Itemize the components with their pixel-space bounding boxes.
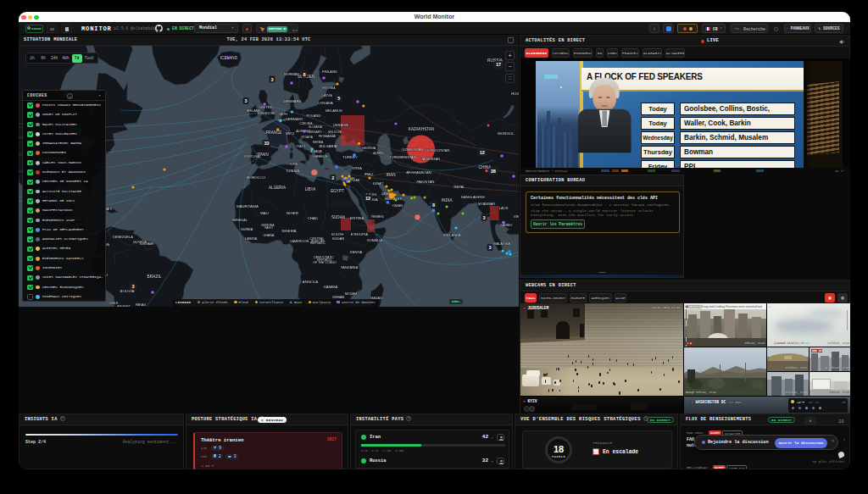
svg-text:2: 2	[331, 175, 334, 180]
svg-text:SWITZ: SWITZ	[286, 132, 295, 136]
svg-text:CHAD: CHAD	[308, 216, 318, 220]
svg-text:GHANA: GHANA	[264, 234, 275, 237]
svg-text:GREECE: GREECE	[313, 154, 328, 158]
svg-text:17: 17	[496, 62, 501, 67]
svg-text:POLAND: POLAND	[306, 114, 320, 118]
svg-text:ANGOLA: ANGOLA	[303, 280, 318, 284]
svg-text:ERITREA: ERITREA	[350, 217, 364, 220]
svg-text:KYRGYZSTAN: KYRGYZSTAN	[427, 148, 450, 153]
svg-text:REPUBLIC: REPUBLIC	[310, 241, 326, 245]
svg-text:38: 38	[491, 169, 496, 174]
svg-text:IRAQ: IRAQ	[364, 172, 374, 176]
svg-text:SUDAN: SUDAN	[331, 215, 345, 219]
svg-text:TUNISIA: TUNISIA	[286, 169, 299, 173]
svg-text:ESTONIA: ESTONIA	[323, 86, 337, 90]
svg-text:IRAN: IRAN	[387, 173, 396, 177]
svg-text:MYANMAR: MYANMAR	[478, 202, 495, 206]
svg-text:SUDAN: SUDAN	[332, 236, 345, 241]
svg-text:BULGARIA: BULGARIA	[319, 144, 337, 148]
svg-text:NETH: NETH	[279, 113, 287, 116]
svg-text:MAURITANIA: MAURITANIA	[236, 204, 259, 208]
svg-text:MOLDOVA: MOLDOVA	[328, 130, 342, 134]
svg-text:OMAN: OMAN	[392, 203, 403, 208]
svg-text:ETHIOPIA: ETHIOPIA	[351, 232, 369, 236]
svg-text:LATVIA: LATVIA	[322, 94, 332, 97]
svg-text:UZBEKISTAN: UZBEKISTAN	[403, 147, 424, 152]
svg-text:BANGLADESH: BANGLADESH	[461, 195, 484, 199]
svg-text:MOZAM: MOZAM	[345, 292, 357, 296]
svg-text:3: 3	[131, 284, 134, 289]
svg-text:12: 12	[365, 196, 370, 201]
svg-text:SURINAME: SURINAME	[140, 242, 154, 246]
svg-text:MALI: MALI	[260, 211, 269, 215]
svg-text:BELARUS: BELARUS	[326, 108, 342, 113]
svg-text:SOMALIA: SOMALIA	[367, 238, 382, 242]
svg-text:LIBYA: LIBYA	[305, 187, 317, 191]
svg-text:YEMEN: YEMEN	[371, 214, 384, 219]
svg-text:FASO: FASO	[264, 226, 272, 230]
svg-text:NEPAL: NEPAL	[454, 185, 466, 189]
svg-text:TANZANIA: TANZANIA	[341, 265, 359, 269]
svg-text:ARGENT: ARGENT	[117, 305, 131, 307]
svg-text:GEORGIA: GEORGIA	[362, 147, 376, 150]
svg-text:LITHUANIA: LITHUANIA	[318, 102, 333, 105]
svg-text:3: 3	[270, 77, 273, 82]
svg-text:FRANCE: FRANCE	[266, 130, 282, 135]
svg-text:MONGOL: MONGOL	[498, 131, 515, 136]
svg-text:UNITED: UNITED	[259, 105, 273, 109]
svg-text:LIBERIA: LIBERIA	[245, 237, 258, 241]
svg-text:RUSSIA: RUSSIA	[511, 92, 519, 96]
svg-text:3: 3	[482, 215, 485, 220]
svg-text:AFGHANISTAN: AFGHANISTAN	[406, 170, 431, 175]
svg-text:ALBANIA: ALBANIA	[310, 150, 322, 153]
svg-text:KAZAKHSTAN: KAZAKHSTAN	[409, 127, 434, 131]
svg-text:3: 3	[244, 98, 247, 103]
svg-text:3: 3	[488, 245, 491, 250]
svg-text:BRAZIL: BRAZIL	[147, 275, 162, 279]
svg-text:TUNIS: TUNIS	[289, 163, 298, 166]
svg-text:GUINEA: GUINEA	[241, 228, 253, 231]
svg-text:HUNGARY: HUNGARY	[308, 130, 323, 134]
svg-text:PARAG: PARAG	[136, 303, 147, 307]
svg-text:TURKMENISTAN: TURKMENISTAN	[389, 155, 415, 159]
svg-text:NIGERIA: NIGERIA	[281, 229, 296, 233]
svg-text:12: 12	[480, 150, 485, 155]
svg-text:SERBIA: SERBIA	[313, 141, 324, 144]
svg-text:SLOVAKIA: SLOVAKIA	[309, 125, 322, 129]
svg-text:ITALY: ITALY	[296, 144, 305, 148]
svg-text:UKRAINE: UKRAINE	[333, 123, 349, 127]
svg-text:SYRIA: SYRIA	[352, 166, 362, 170]
svg-text:KENYA: KENYA	[350, 250, 363, 254]
svg-text:AZERB: AZERB	[373, 152, 383, 155]
svg-text:5: 5	[337, 96, 340, 101]
svg-text:GERMANY: GERMANY	[285, 117, 303, 121]
svg-text:SENEGAL: SENEGAL	[232, 219, 248, 222]
svg-text:MALAYSIA: MALAYSIA	[493, 241, 510, 246]
svg-text:DENMARK: DENMARK	[284, 99, 302, 103]
svg-text:SRI LANKA: SRI LANKA	[443, 233, 461, 237]
svg-text:CAMEROON: CAMEROON	[290, 240, 309, 243]
svg-text:33: 33	[264, 141, 269, 146]
svg-text:CAMBO: CAMBO	[500, 223, 513, 227]
svg-text:ALGERIA: ALGERIA	[269, 186, 287, 190]
svg-text:NIGER: NIGER	[287, 211, 298, 215]
svg-text:FINLAND: FINLAND	[322, 69, 337, 74]
svg-text:8: 8	[303, 72, 305, 77]
svg-text:ZAMBIA: ZAMBIA	[324, 285, 337, 289]
svg-text:KUWAIT: KUWAIT	[373, 182, 383, 186]
svg-text:PAKISTAN: PAKISTAN	[416, 180, 434, 184]
svg-text:VENEZUELA: VENEZUELA	[113, 235, 133, 239]
svg-text:CROATIA: CROATIA	[301, 136, 314, 139]
svg-text:ROMANIA: ROMANIA	[319, 134, 336, 138]
svg-text:INDIA: INDIA	[442, 198, 453, 203]
svg-text:LAOS: LAOS	[499, 206, 509, 210]
svg-text:OF THE CONGO: OF THE CONGO	[313, 261, 337, 264]
svg-text:VIE: VIE	[514, 214, 519, 219]
svg-text:TAJIKISTAN: TAJIKISTAN	[421, 157, 440, 161]
svg-text:MOROCCO: MOROCCO	[247, 175, 266, 180]
svg-text:EGYPT: EGYPT	[331, 189, 344, 193]
svg-text:PORTUGAL: PORTUGAL	[244, 155, 261, 158]
svg-text:8: 8	[432, 203, 435, 208]
svg-text:IRELAND: IRELAND	[247, 109, 261, 113]
